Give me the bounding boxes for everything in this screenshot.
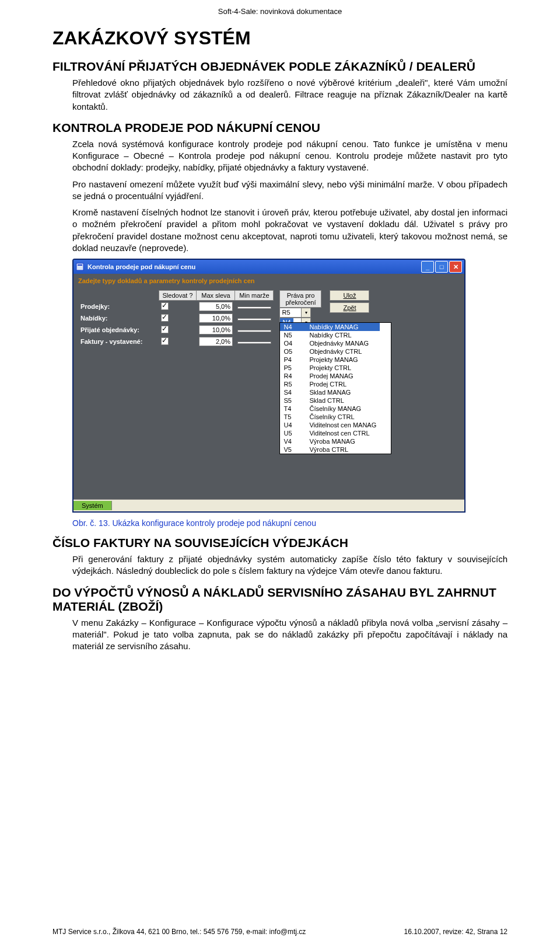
- col-watch: Sledovat ?: [159, 291, 197, 301]
- dropdown-item[interactable]: V4Výroba MANAG: [280, 437, 380, 445]
- dropdown-item[interactable]: N4Nabídky MANAG: [280, 323, 380, 331]
- page-header: Soft-4-Sale: novinková dokumentace: [52, 0, 508, 16]
- save-button[interactable]: Ulož: [330, 290, 369, 301]
- row-label: Přijaté objednávky:: [78, 324, 159, 336]
- maximize-button[interactable]: □: [435, 261, 448, 273]
- minimize-button[interactable]: _: [421, 261, 434, 273]
- status-segment[interactable]: Systém: [74, 501, 112, 510]
- back-button[interactable]: Zpět: [330, 302, 369, 313]
- section-2-paragraph-2: Pro nastavení omezení můžete využít buď …: [72, 179, 508, 203]
- section-2-paragraph-1: Zcela nová systémová konfigurace kontrol…: [72, 138, 508, 174]
- app-icon: [76, 263, 84, 271]
- figure-caption: Obr. č. 13. Ukázka konfigurace kontroly …: [72, 518, 508, 528]
- chevron-down-icon[interactable]: ▾: [301, 308, 310, 317]
- dropdown-item[interactable]: R4Prodej MANAG: [280, 372, 380, 380]
- section-3-paragraph: Při generování faktury z přijaté objedná…: [72, 553, 508, 577]
- window-titlebar[interactable]: Kontrola prodeje pod nákupní cenu _ □ ✕: [74, 260, 464, 274]
- row-label: Prodejky:: [78, 301, 159, 313]
- svg-rect-1: [78, 264, 82, 266]
- main-heading: ZAKÁZKOVÝ SYSTÉM: [52, 27, 508, 49]
- checkbox-nabidky[interactable]: [161, 314, 169, 322]
- maxsleva-nabidky[interactable]: 10,0%: [199, 313, 233, 323]
- heading-rest: ONTROLA PRODEJE POD NÁKUPNÍ CENOU: [61, 121, 320, 134]
- close-button[interactable]: ✕: [449, 261, 462, 273]
- col-maxsleva: Max sleva: [197, 291, 235, 301]
- heading-rest: ÍSLO FAKTURY NA SOUVISEJÍCÍCH VÝDEJKÁCH: [61, 536, 348, 549]
- heading-initial: D: [52, 586, 61, 599]
- minmarze-objednavky[interactable]: [237, 330, 271, 332]
- section-1-heading: FILTROVÁNÍ PŘIJATÝCH OBJEDNÁVEK PODLE ZÁ…: [52, 60, 508, 74]
- dropdown-item[interactable]: P4Projekty MANAG: [280, 356, 380, 364]
- section-4-paragraph: V menu Zakázky – Konfigurace – Konfigura…: [72, 617, 508, 653]
- section-2-paragraph-3: Kromě nastavení číselných hodnot lze sta…: [72, 207, 508, 254]
- dropdown-item[interactable]: N5Nabídky CTRL: [280, 331, 380, 339]
- section-1-paragraph: Přehledové okno přijatých objednávek byl…: [72, 77, 508, 113]
- row-label: Nabídky:: [78, 312, 159, 324]
- section-3-heading: ČÍSLO FAKTURY NA SOUVISEJÍCÍCH VÝDEJKÁCH: [52, 536, 508, 550]
- config-window: Kontrola prodeje pod nákupní cenu _ □ ✕ …: [72, 259, 466, 513]
- checkbox-objednavky[interactable]: [161, 326, 169, 333]
- dropdown-item[interactable]: P5Projekty CTRL: [280, 364, 380, 372]
- dropdown-item[interactable]: U5Viditelnost cen CTRL: [280, 429, 380, 437]
- maxsleva-faktury[interactable]: 2,0%: [199, 337, 233, 346]
- svg-rect-0: [76, 263, 83, 270]
- checkbox-prodejky[interactable]: [161, 302, 169, 310]
- maxsleva-prodejky[interactable]: 5,0%: [199, 302, 233, 311]
- minmarze-nabidky[interactable]: [237, 318, 271, 321]
- minmarze-prodejky[interactable]: [237, 306, 271, 309]
- rights-select-prodejky[interactable]: R5▾: [279, 308, 311, 318]
- dropdown-item[interactable]: T5Číselníky CTRL: [280, 413, 380, 421]
- col-minmarze: Min marže: [235, 291, 274, 301]
- window-instruction: Zadejte typy dokladů a parametry kontrol…: [74, 274, 464, 289]
- dropdown-item[interactable]: O5Objednávky CTRL: [280, 347, 380, 356]
- footer-right: 16.10.2007, revize: 42, Strana 12: [404, 928, 508, 936]
- dropdown-item[interactable]: T4Číselníky MANAG: [280, 405, 380, 413]
- section-4-heading: DO VÝPOČTŮ VÝNOSŮ A NÁKLADŮ SERVISNÍHO Z…: [52, 586, 508, 614]
- dropdown-item[interactable]: O4Objednávky MANAG: [280, 339, 380, 347]
- rights-dropdown-list[interactable]: N4Nabídky MANAGN5Nabídky CTRLO4Objednávk…: [279, 322, 391, 454]
- heading-initial: K: [52, 121, 61, 134]
- section-2-heading: KONTROLA PRODEJE POD NÁKUPNÍ CENOU: [52, 121, 508, 135]
- maxsleva-objednavky[interactable]: 10,0%: [199, 325, 233, 335]
- heading-initial: Č: [52, 536, 61, 549]
- heading-rest: O VÝPOČTŮ VÝNOSŮ A NÁKLADŮ SERVISNÍHO ZÁ…: [52, 586, 496, 613]
- col-rights: Práva pro překročení: [279, 290, 321, 308]
- minmarze-faktury[interactable]: [237, 342, 271, 344]
- dropdown-item[interactable]: S5Sklad CTRL: [280, 396, 380, 405]
- dropdown-item[interactable]: S4Sklad MANAG: [280, 388, 380, 396]
- heading-initial: F: [52, 60, 60, 73]
- footer-left: MTJ Service s.r.o., Žilkova 44, 621 00 B…: [52, 928, 306, 936]
- dropdown-item[interactable]: V5Výroba CTRL: [280, 445, 380, 454]
- window-title: Kontrola prodeje pod nákupní cenu: [88, 263, 421, 270]
- dropdown-item[interactable]: U4Viditelnost cen MANAG: [280, 421, 380, 429]
- page-footer: MTJ Service s.r.o., Žilkova 44, 621 00 B…: [52, 928, 508, 936]
- dropdown-item[interactable]: R5Prodej CTRL: [280, 380, 380, 388]
- heading-rest: ILTROVÁNÍ PŘIJATÝCH OBJEDNÁVEK PODLE ZÁK…: [60, 60, 475, 73]
- window-statusbar: Systém: [74, 499, 464, 511]
- checkbox-faktury[interactable]: [161, 337, 169, 345]
- row-label: Faktury - vystavené:: [78, 336, 159, 347]
